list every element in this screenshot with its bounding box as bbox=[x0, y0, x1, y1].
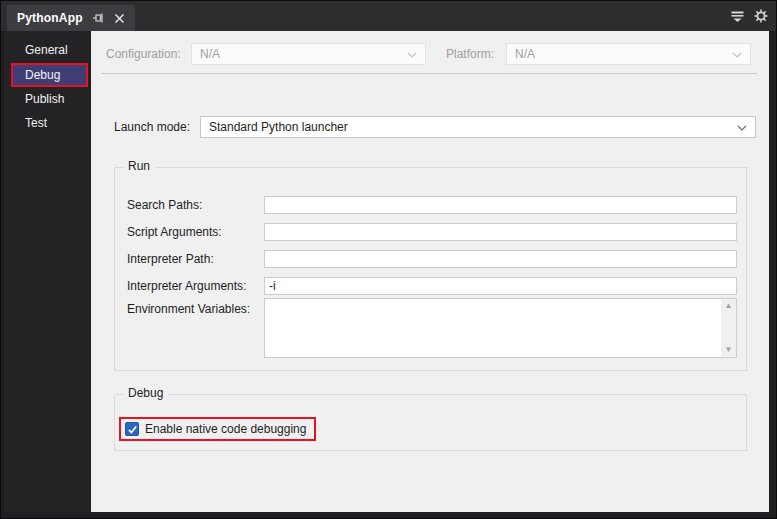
properties-window: PythonApp bbox=[0, 0, 777, 519]
configuration-row: Configuration: N/A Platform: N/A bbox=[91, 43, 769, 65]
script-arguments-label: Script Arguments: bbox=[127, 223, 222, 241]
interpreter-path-input[interactable] bbox=[264, 250, 737, 268]
scroll-down-icon[interactable]: ▼ bbox=[725, 346, 733, 354]
interpreter-path-label: Interpreter Path: bbox=[127, 250, 214, 268]
platform-value: N/A bbox=[515, 47, 535, 61]
launch-mode-dropdown[interactable]: Standard Python launcher bbox=[200, 116, 756, 138]
gear-icon[interactable] bbox=[754, 9, 768, 23]
scroll-up-icon[interactable]: ▲ bbox=[725, 302, 733, 310]
chevron-down-icon bbox=[737, 125, 747, 131]
chevron-down-icon bbox=[732, 52, 742, 58]
native-debugging-label: Enable native code debugging bbox=[145, 422, 306, 436]
launch-mode-label: Launch mode: bbox=[114, 116, 190, 138]
property-page: Configuration: N/A Platform: N/A Launch … bbox=[91, 31, 769, 512]
run-group-title: Run bbox=[123, 159, 155, 173]
run-groupbox: Run Search Paths: Script Arguments: Inte… bbox=[114, 167, 747, 371]
configuration-dropdown[interactable]: N/A bbox=[191, 43, 426, 65]
sidebar: General Debug Publish Test bbox=[1, 31, 91, 512]
search-paths-label: Search Paths: bbox=[127, 196, 202, 214]
close-icon[interactable] bbox=[113, 11, 127, 25]
env-scrollbar[interactable]: ▲ ▼ bbox=[721, 299, 736, 357]
sidebar-item-debug[interactable]: Debug bbox=[11, 63, 88, 87]
launch-mode-value: Standard Python launcher bbox=[209, 120, 348, 134]
annotation-box-checkbox: Enable native code debugging bbox=[119, 417, 316, 441]
header-separator bbox=[101, 73, 757, 74]
tab-bar: PythonApp bbox=[1, 1, 776, 31]
interpreter-arguments-input[interactable] bbox=[264, 277, 737, 295]
tab-title: PythonApp bbox=[17, 11, 83, 25]
configuration-label: Configuration: bbox=[106, 43, 181, 65]
debug-group-title: Debug bbox=[123, 386, 168, 400]
environment-variables-box: ▲ ▼ bbox=[264, 298, 737, 358]
configuration-value: N/A bbox=[200, 47, 220, 61]
filter-icon[interactable] bbox=[730, 9, 744, 23]
environment-variables-label: Environment Variables: bbox=[127, 300, 250, 318]
tab-pythonapp[interactable]: PythonApp bbox=[7, 5, 135, 31]
native-debugging-checkbox[interactable] bbox=[125, 422, 139, 436]
chevron-down-icon bbox=[407, 52, 417, 58]
environment-variables-input[interactable] bbox=[265, 299, 721, 357]
platform-label: Platform: bbox=[446, 43, 494, 65]
search-paths-input[interactable] bbox=[264, 196, 737, 214]
sidebar-item-publish[interactable]: Publish bbox=[4, 88, 91, 111]
platform-dropdown[interactable]: N/A bbox=[506, 43, 751, 65]
sidebar-item-test[interactable]: Test bbox=[4, 112, 91, 135]
script-arguments-input[interactable] bbox=[264, 223, 737, 241]
interpreter-arguments-label: Interpreter Arguments: bbox=[127, 277, 246, 295]
debug-groupbox: Debug Enable native code debugging bbox=[114, 394, 747, 451]
sidebar-item-general[interactable]: General bbox=[4, 39, 91, 62]
pin-icon[interactable] bbox=[91, 11, 105, 25]
launch-mode-row: Launch mode: Standard Python launcher bbox=[91, 116, 769, 138]
